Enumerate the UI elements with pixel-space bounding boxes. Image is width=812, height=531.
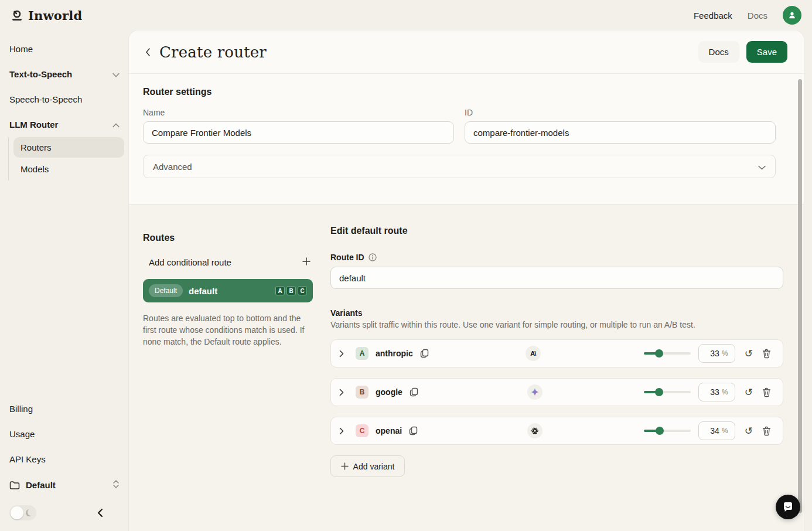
traffic-slider[interactable] (644, 352, 691, 355)
page-header: Create router Docs Save (129, 30, 804, 74)
openai-logo-icon (527, 423, 543, 438)
variant-name: google (376, 387, 402, 397)
plus-icon (302, 257, 311, 267)
sidebar-item-routers[interactable]: Routers (13, 137, 124, 158)
topbar: Inworld Feedback Docs (0, 0, 812, 30)
add-conditional-route-button[interactable]: Add conditional route (143, 254, 313, 271)
theme-toggle[interactable] (9, 505, 36, 520)
unfold-chevrons-icon (112, 479, 120, 491)
sidebar-item-llm-router-label: LLM Router (9, 120, 58, 130)
sidebar-item-sts-label: Speech-to-Speech (9, 94, 82, 104)
reset-icon[interactable]: ↺ (745, 349, 753, 359)
user-avatar[interactable] (783, 6, 801, 25)
save-button[interactable]: Save (746, 41, 787, 63)
chevron-up-icon (112, 120, 120, 130)
vertical-scrollbar[interactable] (798, 79, 802, 513)
docs-link[interactable]: Docs (748, 11, 767, 21)
percent-input[interactable] (705, 387, 719, 397)
route-variant-letter-badges: A B C (275, 286, 307, 295)
main-panel: Create router Docs Save Router settings … (129, 30, 804, 531)
percent-field: % (698, 421, 735, 440)
copy-icon[interactable] (409, 426, 418, 435)
router-settings-heading: Router settings (143, 87, 776, 97)
sun-toggle-knob (11, 506, 23, 519)
chevron-down-icon (758, 162, 766, 172)
variant-row-anthropic: A anthropic A\ % (330, 339, 783, 367)
sidebar-item-home[interactable]: Home (7, 39, 124, 59)
sidebar-item-billing-label: Billing (9, 404, 33, 414)
routes-column: Routes Add conditional route Default def… (143, 221, 313, 531)
route-item-default[interactable]: Default default A B C (143, 279, 313, 302)
variant-letter-c-badge: C (298, 286, 307, 295)
add-variant-button[interactable]: Add variant (330, 455, 405, 477)
router-settings-section: Router settings Name ID Advanced (129, 74, 804, 204)
info-icon[interactable] (369, 253, 377, 261)
variant-letter-badge: B (356, 386, 369, 399)
variant-letter-badge: A (356, 347, 369, 360)
chevron-down-icon (112, 69, 120, 79)
chat-support-button[interactable] (776, 495, 800, 519)
sidebar-item-api-keys[interactable]: API Keys (7, 449, 124, 469)
back-button[interactable] (139, 44, 156, 60)
inworld-brand[interactable]: Inworld (11, 8, 82, 23)
trash-icon[interactable] (762, 426, 771, 436)
anthropic-logo-icon: A\ (526, 346, 541, 361)
expand-chevron-right-icon[interactable] (339, 427, 351, 435)
workspace-selector[interactable]: Default (7, 474, 124, 496)
routes-heading: Routes (143, 233, 313, 243)
sidebar-collapse-button[interactable] (97, 508, 120, 518)
sidebar-item-text-to-speech[interactable]: Text-to-Speech (7, 64, 124, 84)
route-id-input[interactable] (330, 267, 783, 289)
expand-chevron-right-icon[interactable] (339, 389, 351, 396)
add-variant-label: Add variant (353, 462, 395, 471)
route-id-label: Route ID (330, 253, 364, 262)
copy-icon[interactable] (420, 349, 429, 358)
percent-field: % (698, 383, 735, 401)
reset-icon[interactable]: ↺ (745, 387, 753, 397)
variant-letter-badge: C (356, 424, 369, 437)
variants-heading: Variants (330, 308, 783, 318)
sidebar-item-speech-to-speech[interactable]: Speech-to-Speech (7, 89, 124, 110)
workspace-name: Default (26, 480, 56, 490)
sidebar-item-usage-label: Usage (9, 429, 35, 439)
percent-unit: % (722, 349, 728, 358)
sidebar-item-billing[interactable]: Billing (7, 399, 124, 419)
reset-icon[interactable]: ↺ (745, 426, 753, 436)
percent-input[interactable] (705, 426, 719, 435)
id-input[interactable] (465, 121, 776, 144)
variant-name: openai (376, 426, 402, 435)
page-title: Create router (159, 43, 267, 61)
moon-icon (26, 509, 33, 516)
route-name: default (189, 286, 217, 296)
expand-chevron-right-icon[interactable] (339, 350, 351, 358)
traffic-slider[interactable] (644, 430, 691, 432)
variant-row-google: B google (330, 378, 783, 406)
percent-input[interactable] (705, 349, 719, 358)
routes-section: Routes Add conditional route Default def… (129, 204, 804, 531)
trash-icon[interactable] (762, 349, 771, 359)
copy-icon[interactable] (410, 387, 418, 397)
variant-letter-b-badge: B (286, 286, 296, 295)
variant-letter-a-badge: A (275, 286, 285, 295)
variant-row-openai: C openai (330, 417, 783, 445)
percent-field: % (698, 344, 735, 363)
percent-unit: % (722, 427, 728, 435)
name-input[interactable] (143, 121, 454, 144)
sidebar-item-usage[interactable]: Usage (7, 424, 124, 444)
sidebar-item-llm-router[interactable]: LLM Router (7, 114, 124, 135)
traffic-slider[interactable] (644, 391, 691, 393)
sidebar-item-models-label: Models (21, 164, 49, 174)
sidebar-item-home-label: Home (9, 44, 33, 54)
user-icon (787, 11, 797, 20)
add-conditional-route-label: Add conditional route (149, 257, 231, 267)
feedback-link[interactable]: Feedback (694, 11, 732, 21)
gemini-logo-icon (527, 384, 543, 400)
sidebar-item-routers-label: Routers (21, 142, 52, 152)
sidebar: Home Text-to-Speech Speech-to-Speech LLM… (0, 30, 129, 531)
docs-button[interactable]: Docs (698, 41, 739, 63)
llm-router-subnav: Routers Models (8, 137, 124, 181)
advanced-expander[interactable]: Advanced (143, 155, 776, 178)
trash-icon[interactable] (762, 387, 771, 397)
routes-helper-text: Routes are evaluated top to bottom and t… (143, 312, 313, 348)
sidebar-item-models[interactable]: Models (13, 159, 124, 179)
